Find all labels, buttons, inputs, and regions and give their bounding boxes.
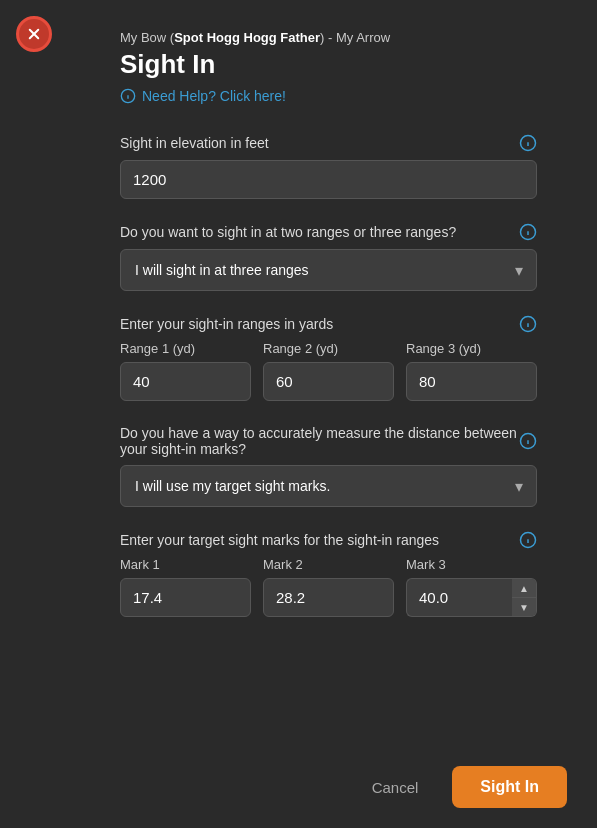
mark3-label: Mark 3: [406, 557, 537, 572]
sight-in-button[interactable]: Sight In: [452, 766, 567, 808]
marks-info-icon[interactable]: [519, 531, 537, 549]
mark3-increment-btn[interactable]: ▲: [512, 579, 536, 597]
close-button[interactable]: [16, 16, 52, 52]
help-text: Need Help? Click here!: [142, 88, 286, 104]
measure-select-wrapper: I will use my target sight marks. I will…: [120, 465, 537, 507]
measure-label: Do you have a way to accurately measure …: [120, 425, 519, 457]
range3-label: Range 3 (yd): [406, 341, 537, 356]
page-title: Sight In: [120, 49, 537, 80]
mark2-input[interactable]: [263, 578, 394, 617]
sight-ranges-section: Enter your sight-in ranges in yards Rang…: [120, 315, 537, 401]
range2-input[interactable]: [263, 362, 394, 401]
sight-ranges-label: Enter your sight-in ranges in yards: [120, 316, 519, 332]
range1-label: Range 1 (yd): [120, 341, 251, 356]
measure-section: Do you have a way to accurately measure …: [120, 425, 537, 507]
measure-info-icon[interactable]: [519, 432, 537, 450]
mark1-col: Mark 1: [120, 557, 251, 617]
range3-input[interactable]: [406, 362, 537, 401]
range1-col: Range 1 (yd): [120, 341, 251, 401]
mark2-label: Mark 2: [263, 557, 394, 572]
ranges-select-wrapper: I will sight in at two ranges I will sig…: [120, 249, 537, 291]
ranges-question-label: Do you want to sight in at two ranges or…: [120, 224, 519, 240]
range2-label: Range 2 (yd): [263, 341, 394, 356]
elevation-section: Sight in elevation in feet: [120, 134, 537, 199]
mark3-spinner: ▲ ▼: [406, 578, 537, 617]
mark1-input[interactable]: [120, 578, 251, 617]
ranges-select[interactable]: I will sight in at two ranges I will sig…: [120, 249, 537, 291]
sight-ranges-info-icon[interactable]: [519, 315, 537, 333]
marks-row: Mark 1 Mark 2 Mark 3 ▲ ▼: [120, 557, 537, 617]
ranges-question-info-icon[interactable]: [519, 223, 537, 241]
mark3-decrement-btn[interactable]: ▼: [512, 598, 536, 616]
measure-select[interactable]: I will use my target sight marks. I will…: [120, 465, 537, 507]
ranges-question-section: Do you want to sight in at two ranges or…: [120, 223, 537, 291]
info-circle-icon: [120, 88, 136, 104]
help-link[interactable]: Need Help? Click here!: [120, 88, 537, 104]
elevation-label: Sight in elevation in feet: [120, 135, 519, 151]
mark3-input[interactable]: [406, 578, 512, 617]
mark3-col: Mark 3 ▲ ▼: [406, 557, 537, 617]
elevation-input[interactable]: [120, 160, 537, 199]
marks-label: Enter your target sight marks for the si…: [120, 532, 519, 548]
ranges-row: Range 1 (yd) Range 2 (yd) Range 3 (yd): [120, 341, 537, 401]
bow-label: My Bow (Spot Hogg Hogg Father) - My Arro…: [120, 30, 537, 45]
mark3-spinner-btns: ▲ ▼: [512, 578, 537, 617]
range2-col: Range 2 (yd): [263, 341, 394, 401]
mark1-label: Mark 1: [120, 557, 251, 572]
footer: Cancel Sight In: [0, 746, 597, 828]
range3-col: Range 3 (yd): [406, 341, 537, 401]
elevation-info-icon[interactable]: [519, 134, 537, 152]
marks-section: Enter your target sight marks for the si…: [120, 531, 537, 617]
bow-name: Spot Hogg Hogg Father: [174, 30, 320, 45]
range1-input[interactable]: [120, 362, 251, 401]
cancel-button[interactable]: Cancel: [352, 767, 439, 808]
mark2-col: Mark 2: [263, 557, 394, 617]
